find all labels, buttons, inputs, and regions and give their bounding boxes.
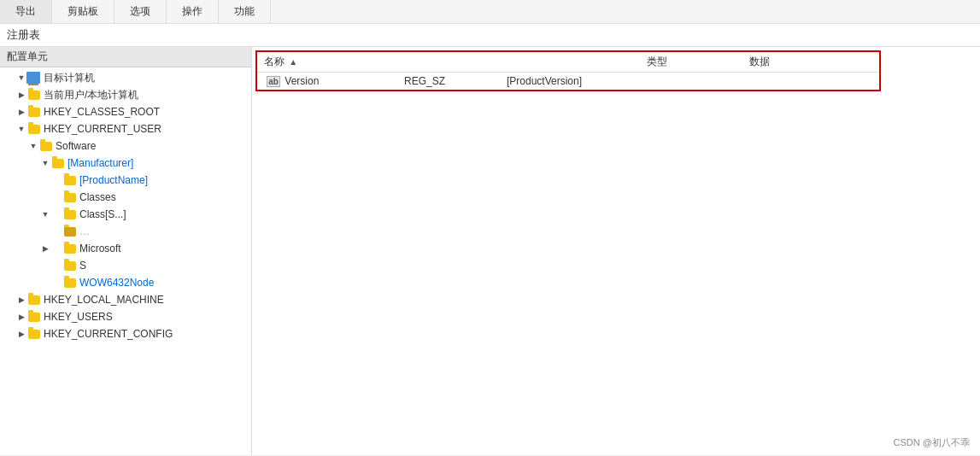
tree-item-classestoo[interactable]: ▼ Class[S...] (0, 206, 251, 223)
tree-item-wow6432node[interactable]: WOW6432Node (0, 274, 251, 291)
tree-item-hkey-local-machine[interactable]: ▶ HKEY_LOCAL_MACHINE (0, 291, 251, 308)
tree-label-manufacturer: [Manufacturer] (67, 157, 133, 169)
footer: CSDN @初八不乖 (894, 436, 970, 449)
folder-icon-hkey-users (27, 311, 41, 323)
tree-item-hkey-current-user[interactable]: ▼ HKEY_CURRENT_USER (0, 120, 251, 137)
expand-icon-current-user-local[interactable]: ▶ (15, 89, 27, 101)
window-title: 注册表 (7, 28, 40, 41)
folder-icon-s (63, 260, 77, 272)
folder-icon-sub (63, 225, 77, 237)
tree-item-hkey-classes-root[interactable]: ▶ HKEY_CLASSES_ROOT (0, 103, 251, 120)
expand-icon-hkey-current-user[interactable]: ▼ (15, 123, 27, 135)
tree-item-classes[interactable]: Classes (0, 189, 251, 206)
tree-label-hkey-classes-root: HKEY_CLASSES_ROOT (44, 106, 160, 118)
ab-icon: ab (267, 76, 280, 87)
tree-label-hkey-current-config: HKEY_CURRENT_CONFIG (44, 328, 173, 340)
expand-icon-software[interactable]: ▼ (27, 140, 39, 152)
tree-label-hkey-current-user: HKEY_CURRENT_USER (44, 123, 161, 135)
tree-item-hkey-users[interactable]: ▶ HKEY_USERS (0, 308, 251, 325)
tree-label-s: S (79, 260, 86, 272)
expand-icon-manufacturer[interactable]: ▼ (39, 157, 51, 169)
expand-icon-classestoo[interactable]: ▼ (39, 208, 51, 220)
main-container: 配置单元 ▼ 目标计算机 ▶ 当前用户/本地计算机 ▶ (0, 47, 980, 455)
registry-table-highlighted: 名称 ▲ 类型 数据 (255, 50, 881, 91)
right-panel: 名称 ▲ 类型 数据 (252, 47, 980, 455)
tree-item-hkey-current-config[interactable]: ▶ HKEY_CURRENT_CONFIG (0, 325, 251, 342)
tree-item-manufacturer[interactable]: ▼ [Manufacturer] (0, 155, 251, 172)
reg-value-icon: ab (267, 75, 279, 87)
col-header-name[interactable]: 名称 ▲ (257, 52, 640, 73)
tree-item-current-user-local[interactable]: ▶ 当前用户/本地计算机 (0, 86, 251, 103)
folder-icon-current-user-local (27, 89, 41, 101)
title-bar: 注册表 (0, 24, 980, 47)
tree-label-classestoo: Class[S...] (79, 208, 126, 220)
col-header-type[interactable]: 类型 (640, 52, 742, 73)
tree-label-target-pc: 目标计算机 (44, 71, 95, 85)
tree-item-software[interactable]: ▼ Software (0, 137, 251, 155)
tree-item-productname[interactable]: [ProductName] (0, 172, 251, 189)
tree-label-software: Software (56, 140, 96, 152)
folder-icon-classes (63, 191, 77, 203)
tree-container: ▼ 目标计算机 ▶ 当前用户/本地计算机 ▶ HKEY_CLASSES_ROOT (0, 67, 251, 344)
tree-label-hkey-users: HKEY_USERS (44, 311, 113, 323)
folder-icon-software (39, 140, 53, 152)
left-panel: 配置单元 ▼ 目标计算机 ▶ 当前用户/本地计算机 ▶ (0, 47, 252, 455)
tree-label-sub: … (79, 225, 90, 237)
expand-icon-hkey-local-machine[interactable]: ▶ (15, 294, 27, 306)
folder-icon-hkey-current-user (27, 123, 41, 135)
expand-icon-hkey-classes-root[interactable]: ▶ (15, 106, 27, 118)
table-row[interactable]: ab Version REG_SZ [ProductVersion] (257, 73, 640, 90)
tree-label-microsoft: Microsoft (79, 243, 121, 254)
tree-item-s-folder[interactable]: S (0, 257, 251, 274)
folder-icon-productname (63, 174, 77, 186)
tree-label-wow6432node: WOW6432Node (79, 277, 154, 289)
tree-label-current-user-local: 当前用户/本地计算机 (44, 88, 138, 102)
row-type: REG_SZ (397, 73, 500, 90)
toolbar-clipboard[interactable]: 剪贴板 (52, 0, 114, 23)
row-name: ab Version (261, 73, 397, 91)
pc-folder-icon (27, 72, 41, 84)
row-data: [ProductVersion] (500, 73, 637, 90)
expand-icon-hkey-users[interactable]: ▶ (15, 311, 27, 323)
expand-icon-microsoft[interactable]: ▶ (39, 243, 51, 254)
folder-icon-classestoo (63, 208, 77, 220)
folder-icon-wow6432node (63, 277, 77, 289)
toolbar: 导出 剪贴板 选项 操作 功能 (0, 0, 980, 24)
toolbar-options[interactable]: 选项 (114, 0, 167, 23)
toolbar-export[interactable]: 导出 (0, 0, 52, 23)
sort-arrow-name: ▲ (289, 57, 297, 67)
footer-text: CSDN @初八不乖 (894, 437, 970, 447)
folder-icon-hkey-current-config (27, 328, 41, 340)
toolbar-actions[interactable]: 操作 (167, 0, 219, 23)
folder-icon-microsoft (63, 243, 77, 254)
folder-icon-hkey-local-machine (27, 294, 41, 306)
expand-icon-hkey-current-config[interactable]: ▶ (15, 328, 27, 340)
tree-item-target-pc[interactable]: ▼ 目标计算机 (0, 69, 251, 86)
tree-label-classes: Classes (79, 191, 116, 203)
col-header-data[interactable]: 数据 (742, 52, 879, 73)
section-header: 配置单元 (0, 47, 251, 67)
toolbar-functions[interactable]: 功能 (219, 0, 271, 23)
tree-label-productname: [ProductName] (79, 174, 148, 186)
folder-icon-manufacturer (51, 157, 65, 169)
folder-icon-hkey-classes-root (27, 106, 41, 118)
tree-item-sub[interactable]: … (0, 223, 251, 240)
tree-item-microsoft[interactable]: ▶ Microsoft (0, 240, 251, 257)
expand-icon-target-pc[interactable]: ▼ (15, 72, 27, 84)
tree-label-hkey-local-machine: HKEY_LOCAL_MACHINE (44, 294, 164, 306)
registry-table: 名称 ▲ 类型 数据 (257, 52, 879, 90)
